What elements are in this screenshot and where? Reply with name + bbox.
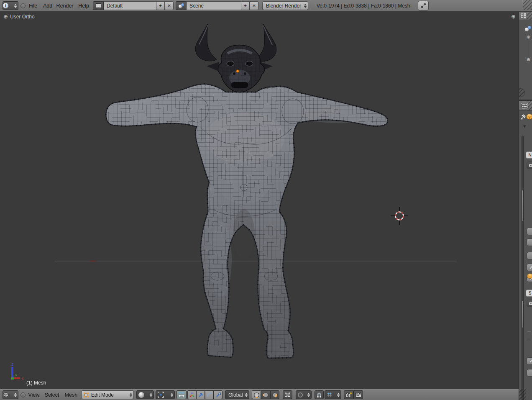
- screen-layout-add-button[interactable]: +: [156, 1, 165, 10]
- properties-scrollbar[interactable]: [522, 136, 524, 400]
- snap-toggle-button[interactable]: [315, 390, 324, 399]
- menu-render[interactable]: Render: [55, 0, 74, 11]
- mini-camera-icon-2: [529, 301, 532, 305]
- menu-select[interactable]: Select: [43, 390, 61, 400]
- toggle-chip-4[interactable]: [527, 369, 532, 377]
- edit-mode-icon: [83, 392, 89, 398]
- collapse-menus-toggle[interactable]: [20, 3, 26, 8]
- transform-orientation-select[interactable]: Global: [225, 390, 249, 399]
- occlude-icon: [284, 392, 291, 398]
- manipulator-translate-button[interactable]: [187, 390, 196, 399]
- panel-collapse-arrow[interactable]: ▾: [523, 123, 526, 129]
- tick-line-2: [527, 340, 530, 340]
- opengl-render-anim-button[interactable]: [353, 390, 363, 399]
- rotate-arc-icon: [207, 392, 212, 398]
- axis-gizmo: z y x: [11, 362, 24, 381]
- toolshelf-expand-icon[interactable]: ⊕: [3, 13, 8, 20]
- collapse-menus-toggle-3d[interactable]: [20, 392, 26, 397]
- minotaur-mesh[interactable]: [106, 24, 388, 358]
- view-name-label: User Ortho: [10, 14, 35, 20]
- translate-axes-icon: [189, 392, 195, 398]
- scene-tree-icon-ball: [528, 26, 531, 29]
- view3d-editor-icon: [3, 392, 9, 397]
- editor-type-button-info[interactable]: i: [3, 1, 18, 10]
- panel-icon-chip-bottom[interactable]: [527, 300, 532, 307]
- pivot-point-select[interactable]: [156, 390, 175, 399]
- axis-label-y: y: [15, 373, 17, 377]
- menu-view[interactable]: View: [26, 390, 42, 400]
- axis-label-x: x: [22, 376, 24, 381]
- menu-help[interactable]: Help: [76, 0, 91, 11]
- manipulator-arc-button[interactable]: [205, 390, 214, 399]
- manipulator-rotate-button[interactable]: [196, 390, 205, 399]
- opengl-render-image-button[interactable]: [344, 390, 353, 399]
- panel-tab-partial-top[interactable]: N: [526, 151, 532, 159]
- properties-bottom-grip[interactable]: [519, 389, 526, 400]
- screen-layout-name-field[interactable]: Default: [104, 1, 156, 10]
- select-mode-vertex-button[interactable]: [252, 390, 261, 399]
- outliner-corner-grip[interactable]: [527, 12, 532, 20]
- properties-content[interactable]: ▾ N ✓ ✓ S ✓: [519, 110, 532, 400]
- properties-editor-icon: [521, 103, 528, 109]
- view3d-header: View Select Mesh Edit Mode: [0, 389, 519, 400]
- manipulator-toggle[interactable]: [176, 390, 187, 399]
- window-fullscreen-button[interactable]: [418, 1, 429, 10]
- checkbox-checked-3[interactable]: ✓: [527, 357, 532, 365]
- info-editor-icon: i: [3, 3, 8, 8]
- editor-type-button-3dview[interactable]: [3, 390, 18, 399]
- panel-icon-chip-top[interactable]: [527, 162, 532, 169]
- properties-region-expand-icon[interactable]: ⊕: [511, 13, 516, 20]
- mode-select[interactable]: Edit Mode: [81, 390, 134, 399]
- tree-expand-icon-2[interactable]: ⊕: [527, 57, 530, 62]
- scrollbar-handle-top[interactable]: [522, 190, 524, 221]
- select-mode-face-button[interactable]: [270, 390, 279, 399]
- face-select-icon: [272, 392, 278, 398]
- render-engine-select[interactable]: Blender Render: [262, 1, 308, 10]
- menu-file[interactable]: File: [27, 0, 39, 11]
- viewport-shading-select[interactable]: [136, 390, 154, 399]
- outliner-content[interactable]: ⊕ ⊕: [519, 20, 532, 100]
- outliner-bottom-grip[interactable]: [519, 88, 525, 97]
- scene-statistics: Ve:0-1974 | Ed:0-3838 | Fa:0-1860 | Mesh: [317, 0, 410, 11]
- checkbox-checked-1[interactable]: ✓: [527, 264, 532, 271]
- tree-expand-icon[interactable]: ⊕: [527, 34, 530, 40]
- screen-layout-browse-button[interactable]: [93, 1, 104, 10]
- screen-layout-icon: [96, 3, 101, 8]
- tree-connector: [529, 41, 529, 57]
- menu-mesh[interactable]: Mesh: [63, 390, 79, 400]
- right-editor-strip: ⊕ ⊕ ▾ N: [519, 12, 532, 400]
- orientation-value: Global: [228, 392, 243, 398]
- mesh-ear-left: [207, 62, 219, 71]
- clapperboard-icon: [355, 392, 362, 398]
- scene-delete-button[interactable]: ✕: [250, 1, 258, 10]
- scrollbar-handle-bottom[interactable]: [522, 301, 524, 328]
- menu-add[interactable]: Add: [41, 0, 54, 11]
- select-mode-edge-button[interactable]: [261, 390, 270, 399]
- occlude-geometry-button[interactable]: [283, 390, 292, 399]
- cursor-3d: [391, 207, 408, 225]
- toggle-chip-1[interactable]: [527, 228, 532, 235]
- outliner-header[interactable]: [519, 12, 532, 20]
- screen-layout-delete-button[interactable]: ✕: [165, 1, 174, 10]
- proportional-editing-select[interactable]: [296, 390, 312, 399]
- properties-header[interactable]: [519, 101, 532, 110]
- scale-pole-icon: [215, 392, 221, 398]
- snap-increment-icon: [326, 392, 332, 398]
- area-corner-grip[interactable]: [523, 0, 532, 10]
- axis-label-z: z: [11, 362, 13, 367]
- viewport-3d-scene[interactable]: z y x: [0, 0, 532, 400]
- scene-name-field[interactable]: Scene: [187, 1, 241, 10]
- mini-camera-icon: [529, 163, 532, 167]
- manipulator-scale-button[interactable]: [214, 390, 223, 399]
- snap-element-select[interactable]: [325, 390, 341, 399]
- scene-add-button[interactable]: +: [241, 1, 250, 10]
- outliner-editor-icon: [520, 13, 527, 19]
- toggle-chip-3[interactable]: [527, 252, 532, 259]
- scene-browse-button[interactable]: [176, 1, 187, 10]
- panel-tab-partial-bottom[interactable]: S: [526, 290, 532, 297]
- magnet-icon: [316, 392, 322, 398]
- pin-icon: [520, 114, 526, 121]
- arrow-icon: [198, 392, 204, 398]
- toggle-chip-2[interactable]: [527, 238, 532, 246]
- pivot-point-icon: [158, 392, 164, 398]
